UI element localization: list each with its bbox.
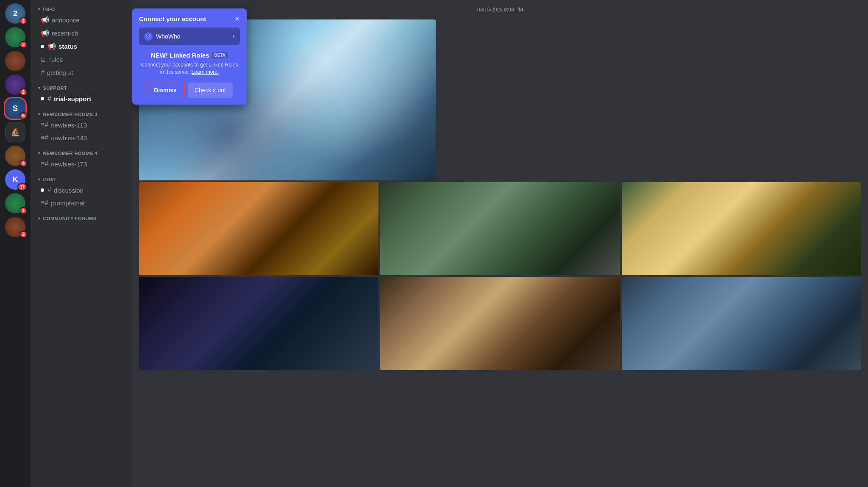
check-it-out-button[interactable]: Check it out [188,83,233,98]
hash-icon: # [47,186,51,194]
section-header-newcomer3[interactable]: ▼NEWCOMER ROOMS 3 [31,105,132,119]
server-icon-s4[interactable]: 2 [5,75,25,95]
thread-hash-icon: ≡# [41,160,48,168]
channel-name-announce: announce [52,17,80,24]
collapse-arrow-newcomer4: ▼ [37,151,41,155]
connect-account-popup: Connect your account ✕ 🛡 WhoWho › NEW! L… [132,8,247,105]
new-linked-roles-badge: NEW! Linked Roles BETA [151,52,228,59]
sidebar: ▼INFO📢announce📢recent-ch📢status☑rules#ge… [31,0,132,487]
learn-more-link[interactable]: Learn more. [192,69,219,75]
thread-hash-icon: ≡# [41,199,48,207]
main-content: Connect your account ✕ 🛡 WhoWho › NEW! L… [132,0,868,487]
channel-name-getting-st: getting-st [47,69,73,76]
account-label: WhoWho [156,33,181,40]
channel-name-recent-ch: recent-ch [52,30,78,37]
collapse-arrow-community: ▼ [37,216,41,221]
channel-name-discussion: discussion [54,187,83,194]
server-icon-s5[interactable]: S5 [5,98,25,119]
section-header-community[interactable]: ▼COMMUNITY FORUMS [31,209,132,223]
section-header-support[interactable]: ▼SUPPORT [31,79,132,92]
new-label: NEW! Linked Roles [151,52,209,59]
popup-title: Connect your account [139,15,206,22]
section-header-info[interactable]: ▼INFO [31,0,132,14]
popup-overlay: Connect your account ✕ 🛡 WhoWho › NEW! L… [132,0,868,487]
server-icon-s1[interactable]: 22 [5,3,25,24]
account-row[interactable]: 🛡 WhoWho › [139,28,240,45]
server-icon-s10[interactable]: 2 [5,217,25,237]
popup-body: NEW! Linked Roles BETA Connect your acco… [139,52,240,98]
channel-name-trial-support: trial-support [54,95,91,102]
channel-item-status[interactable]: 📢status [34,40,129,53]
announce-icon: 📢 [41,16,49,24]
channel-item-trial-support[interactable]: #trial-support [34,93,129,105]
channel-name-newbies-143: newbies-143 [51,134,87,141]
dismiss-button[interactable]: Dismiss [146,83,184,98]
collapse-arrow-newcomer3: ▼ [37,112,41,116]
channel-item-prompt-chat[interactable]: ≡#prompt-chat [34,197,129,209]
announce-icon: 📢 [41,29,49,37]
unread-dot-status [41,45,44,48]
channel-name-rules: rules [49,56,63,63]
server-icon-s2[interactable]: 3 [5,27,25,47]
channel-item-announce[interactable]: 📢announce [34,14,129,26]
collapse-arrow-info: ▼ [37,7,41,11]
hash-icon: # [47,95,51,102]
channel-name-status: status [58,43,77,50]
channel-name-newbies-113: newbies-113 [51,122,87,129]
hash-icon: # [41,69,45,76]
channel-name-prompt-chat: prompt-chat [51,199,85,207]
beta-badge: BETA [212,52,228,58]
arrow-icon: › [232,32,235,41]
server-icon-s3[interactable] [5,51,25,71]
channel-item-discussion[interactable]: #discussion [34,184,129,196]
server-rail: 2232S5⛵4K1712 [0,0,31,487]
channel-item-recent-ch[interactable]: 📢recent-ch [34,27,129,39]
thread-hash-icon: ≡# [41,134,48,141]
server-icon-s6[interactable]: ⛵ [5,122,25,142]
rules-icon: ☑ [41,55,47,64]
unread-dot-discussion [41,188,44,192]
server-icon-s7[interactable]: 4 [5,146,25,166]
popup-header: Connect your account ✕ [139,15,240,22]
collapse-arrow-chat: ▼ [37,177,41,182]
popup-close-button[interactable]: ✕ [234,16,240,22]
announce-icon: 📢 [47,42,56,50]
server-icon-s8[interactable]: K17 [5,169,25,190]
server-icon-s9[interactable]: 1 [5,193,25,213]
channel-name-newbies-173: newbies-173 [51,160,87,168]
unread-dot-trial-support [41,97,44,100]
section-header-newcomer4[interactable]: ▼NEWCOMER ROOMS 4 [31,144,132,158]
thread-hash-icon: ≡# [41,121,48,129]
popup-description: Connect your accounts to get Linked Role… [139,61,240,76]
channel-item-newbies-113[interactable]: ≡#newbies-113 [34,119,129,131]
channel-item-newbies-143[interactable]: ≡#newbies-143 [34,132,129,144]
channel-item-getting-st[interactable]: #getting-st [34,66,129,78]
whowho-icon: 🛡 [144,32,153,41]
account-name: 🛡 WhoWho [144,32,181,41]
section-header-chat[interactable]: ▼CHAT [31,170,132,184]
popup-buttons: Dismiss Check it out [139,83,240,98]
channel-item-rules[interactable]: ☑rules [34,53,129,66]
collapse-arrow-support: ▼ [37,86,41,90]
channel-item-newbies-173[interactable]: ≡#newbies-173 [34,158,129,170]
